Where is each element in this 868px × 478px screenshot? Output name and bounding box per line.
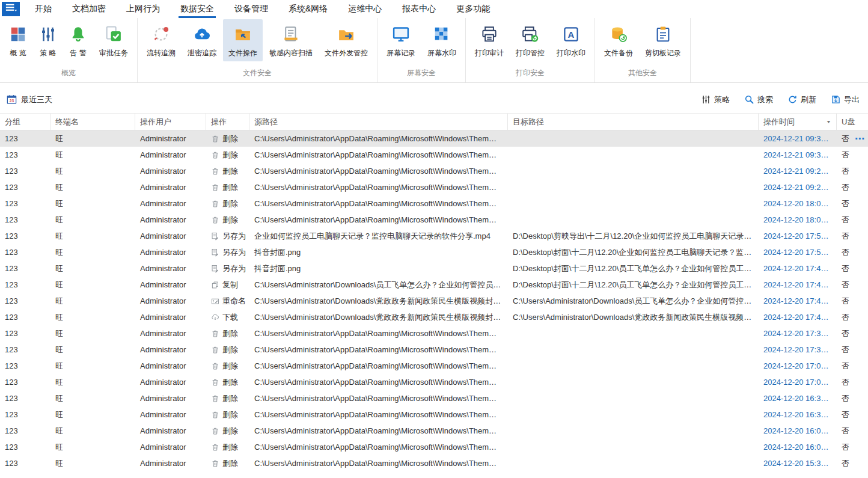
cell-user: Administrator (135, 410, 206, 419)
trace-icon (152, 25, 170, 44)
column-header-action[interactable]: 操作 (206, 114, 249, 130)
table-row[interactable]: 123旺Administrator删除C:\Users\Administrato… (0, 406, 868, 423)
table-row[interactable]: 123旺Administrator删除C:\Users\Administrato… (0, 374, 868, 390)
table-row[interactable]: 123旺Administrator删除C:\Users\Administrato… (0, 390, 868, 406)
cell-group: 123 (0, 313, 50, 322)
toolbar-actions: 策略搜索刷新导出 (701, 94, 860, 105)
cell-time: 2024-12-20 17:43:02 (759, 296, 837, 305)
table-row[interactable]: 123旺Administrator删除C:\Users\Administrato… (0, 179, 868, 195)
menu-tab-8[interactable]: 报表中心 (392, 0, 446, 18)
column-header-time[interactable]: 操作时间▼ (759, 114, 837, 130)
ribbon-item-2-3[interactable]: 文件操作 (223, 19, 263, 61)
ribbon-item-2-4[interactable]: 敏感内容扫描 (264, 19, 318, 61)
table-row[interactable]: 123旺Administrator删除C:\Users\Administrato… (0, 147, 868, 163)
table-row[interactable]: 123旺Administrator删除C:\Users\Administrato… (0, 163, 868, 179)
ribbon-item-1-2[interactable]: 策 略 (34, 19, 63, 61)
ribbon-item-5-1[interactable]: 文件备份 (599, 19, 638, 61)
table-row[interactable]: 123旺Administrator重命名C:\Users\Administrat… (0, 293, 868, 309)
column-header-source[interactable]: 源路径 (249, 114, 508, 130)
table-row[interactable]: 123旺Administrator复制C:\Users\Administrato… (0, 277, 868, 293)
table-row[interactable]: 123旺Administrator删除C:\Users\Administrato… (0, 130, 868, 147)
table-row[interactable]: 123旺Administrator删除C:\Users\Administrato… (0, 195, 868, 212)
trash-icon (211, 459, 219, 468)
cell-action: 删除 (206, 133, 249, 144)
column-header-usb[interactable]: U盘 (837, 114, 868, 130)
table-row[interactable]: 123旺Administrator删除C:\Users\Administrato… (0, 358, 868, 374)
cell-action: 删除 (206, 361, 249, 372)
table-row[interactable]: 123旺Administrator下载C:\Users\Administrato… (0, 309, 868, 325)
cell-group: 123 (0, 150, 50, 159)
ribbon-item-4-2[interactable]: 打印管控 (510, 19, 550, 61)
cell-time: 2024-12-20 17:30:01 (759, 329, 837, 338)
ribbon-item-2-2[interactable]: 泄密追踪 (182, 19, 222, 61)
ribbon-item-4-1[interactable]: 打印审计 (469, 19, 509, 61)
table-row[interactable]: 123旺Administrator删除C:\Users\Administrato… (0, 423, 868, 439)
column-header-user[interactable]: 操作用户 (135, 114, 206, 130)
toolbar-action-label: 搜索 (757, 94, 773, 105)
table-row[interactable]: 123旺Administrator另存为企业如何监控员工电脑聊天记录？监控电脑聊… (0, 228, 868, 244)
save-as-icon (211, 248, 219, 257)
row-more-actions-button[interactable]: ⋯ (855, 130, 865, 147)
toolbar-action-1[interactable]: 策略 (701, 94, 730, 105)
ribbon-item-4-3[interactable]: A打印水印 (551, 19, 591, 61)
cell-terminal: 旺 (50, 280, 135, 290)
calendar-icon: 23 (6, 94, 17, 105)
cell-action: 删除 (206, 198, 249, 209)
table-row[interactable]: 123旺Administrator删除C:\Users\Administrato… (0, 212, 868, 228)
table-row[interactable]: 123旺Administrator删除C:\Users\Administrato… (0, 439, 868, 455)
menu-tab-9[interactable]: 更多功能 (446, 0, 500, 18)
ribbon-item-5-2[interactable]: 剪切板记录 (640, 19, 686, 61)
column-header-target[interactable]: 目标路径 (508, 114, 759, 130)
cell-action: 删除 (206, 166, 249, 177)
table-row[interactable]: 123旺Administrator删除C:\Users\Administrato… (0, 455, 868, 471)
ribbon-item-2-5[interactable]: 文件外发管控 (319, 19, 373, 61)
table-body: 123旺Administrator删除C:\Users\Administrato… (0, 130, 868, 471)
ribbon-item-3-2[interactable]: 屏幕水印 (422, 19, 462, 61)
cell-time: 2024-12-20 16:00:01 (759, 426, 837, 435)
ribbon-item-3-1[interactable]: 屏幕记录 (381, 19, 421, 61)
column-header-group[interactable]: 分组 (0, 114, 50, 130)
cell-time: 2024-12-20 18:00:00 (759, 215, 837, 224)
cell-usb: 否 (837, 198, 868, 209)
toolbar-action-3[interactable]: 刷新 (787, 94, 816, 105)
ribbon-group-caption: 概览 (3, 67, 134, 82)
cell-user: Administrator (135, 199, 206, 208)
sort-desc-icon[interactable]: ▼ (824, 120, 831, 124)
menu-tab-6[interactable]: 系统&网络 (278, 0, 338, 18)
table-row[interactable]: 123旺Administrator删除C:\Users\Administrato… (0, 342, 868, 358)
table-row[interactable]: 123旺Administrator另存为抖音封面.pngD:\Desktop\封… (0, 244, 868, 260)
cell-group: 123 (0, 215, 50, 224)
ribbon-item-label: 屏幕水印 (427, 48, 456, 58)
trash-icon (211, 378, 219, 387)
date-filter-button[interactable]: 23 最近三天 (6, 94, 52, 105)
cell-action: 下载 (206, 312, 249, 323)
ribbon-item-label: 策 略 (40, 48, 56, 58)
cell-terminal: 旺 (50, 247, 135, 258)
ribbon-item-2-1[interactable]: 流转追溯 (141, 19, 181, 61)
toolbar-action-4[interactable]: 导出 (831, 94, 860, 105)
cell-user: Administrator (135, 248, 206, 257)
ribbon-item-label: 敏感内容扫描 (269, 48, 313, 58)
menu-tab-5[interactable]: 设备管理 (224, 0, 278, 18)
outgoing-icon (337, 25, 355, 44)
ribbon-item-1-4[interactable]: 审批任务 (94, 19, 133, 61)
ribbon-item-1-3[interactable]: 告 警 (64, 19, 93, 61)
cell-terminal: 旺 (50, 231, 135, 242)
cell-group: 123 (0, 199, 50, 208)
table-row[interactable]: 123旺Administrator删除C:\Users\Administrato… (0, 325, 868, 342)
ribbon-item-1-1[interactable]: 概 览 (4, 19, 32, 61)
menu-tab-3[interactable]: 上网行为 (116, 0, 170, 18)
menu-tab-1[interactable]: 开始 (25, 0, 62, 18)
menu-tab-2[interactable]: 文档加密 (62, 0, 116, 18)
menu-tab-4[interactable]: 数据安全 (170, 0, 224, 18)
menu-tab-7[interactable]: 运维中心 (338, 0, 392, 18)
printer-control-icon (521, 25, 539, 44)
cell-group: 123 (0, 134, 50, 143)
column-header-terminal[interactable]: 终端名 (50, 114, 135, 130)
cell-action: 删除 (206, 409, 249, 420)
toolbar-action-2[interactable]: 搜索 (744, 94, 773, 105)
cell-action: 另存为 (206, 247, 249, 258)
cell-source: C:\Users\Administrator\AppData\Roaming\M… (249, 410, 508, 419)
app-menu-button[interactable] (2, 2, 20, 16)
table-row[interactable]: 123旺Administrator另存为抖音封面.pngD:\Desktop\封… (0, 260, 868, 277)
